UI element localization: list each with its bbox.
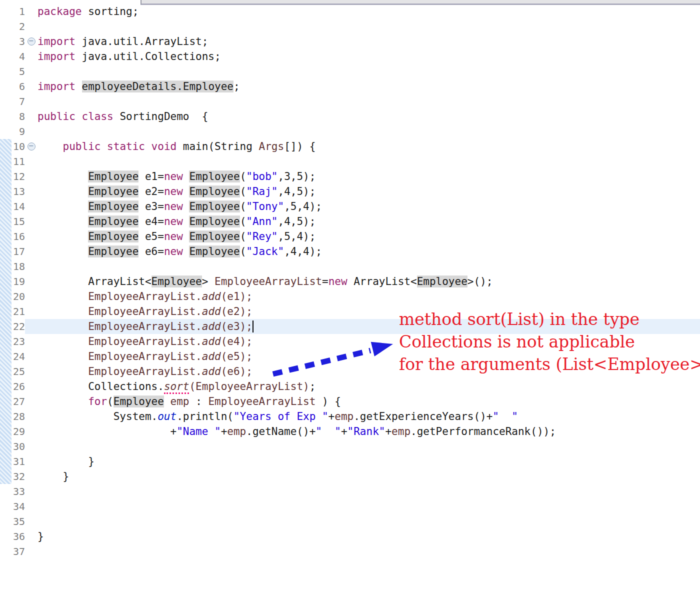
code-line[interactable]: 14 Employee e3=new Employee("Tony",5,4);: [0, 199, 700, 214]
code-text[interactable]: EmployeeArrayList.add(e2);: [38, 306, 252, 318]
code-line[interactable]: 31 }: [0, 454, 700, 469]
code-token: }: [38, 470, 69, 482]
code-text[interactable]: ArrayList<Employee> EmployeeArrayList=ne…: [38, 276, 492, 288]
code-token: [76, 80, 82, 92]
code-line[interactable]: 7: [0, 94, 700, 109]
code-text[interactable]: Employee e1=new Employee("bob",3,5);: [38, 170, 316, 182]
code-token: public: [38, 110, 76, 122]
code-text[interactable]: EmployeeArrayList.add(e6);: [38, 366, 252, 378]
line-number[interactable]: 8: [0, 109, 25, 124]
line-number[interactable]: 33: [0, 484, 25, 499]
line-number[interactable]: 1: [0, 4, 25, 19]
code-token: ;: [310, 380, 316, 392]
code-token: void: [152, 140, 177, 152]
fold-minus-icon[interactable]: −: [28, 142, 36, 150]
fold-column: −: [25, 139, 38, 154]
code-token: [38, 170, 88, 182]
code-text[interactable]: Collections.sort(EmployeeArrayList);: [38, 380, 316, 394]
code-line[interactable]: 27 for(Employee emp : EmployeeArrayList …: [0, 394, 700, 409]
code-line[interactable]: 4import java.util.Collections;: [0, 49, 700, 64]
code-line[interactable]: 12 Employee e1=new Employee("bob",3,5);: [0, 169, 700, 184]
code-line[interactable]: 13 Employee e2=new Employee("Raj",4,5);: [0, 184, 700, 199]
code-line[interactable]: 11: [0, 154, 700, 169]
error-underlined-token: sort: [164, 380, 190, 394]
line-number[interactable]: 34: [0, 499, 25, 514]
code-token: EmployeeArrayList.: [88, 336, 202, 348]
code-text[interactable]: +"Name "+emp.getName()+" "+"Rank"+emp.ge…: [38, 426, 556, 438]
code-token: (e4);: [221, 336, 252, 348]
code-line[interactable]: 32 }: [0, 469, 700, 484]
code-text[interactable]: Employee e3=new Employee("Tony",5,4);: [38, 200, 322, 212]
code-text[interactable]: }: [38, 530, 44, 542]
code-line[interactable]: 1package sorting;: [0, 4, 700, 19]
code-line[interactable]: 34: [0, 499, 700, 514]
code-text[interactable]: import java.util.ArrayList;: [38, 36, 208, 48]
code-text[interactable]: import java.util.Collections;: [38, 50, 221, 62]
code-text[interactable]: }: [38, 456, 94, 468]
code-text[interactable]: package sorting;: [38, 6, 138, 18]
code-token: java.util.ArrayList;: [76, 36, 208, 48]
code-text[interactable]: Employee e4=new Employee("Ann",4,5);: [38, 216, 316, 228]
code-text[interactable]: Employee e5=new Employee("Rey",5,4);: [38, 230, 316, 242]
code-line[interactable]: 8public class SortingDemo {: [0, 109, 700, 124]
code-token: new: [164, 200, 183, 212]
code-line[interactable]: 9: [0, 124, 700, 139]
code-token: Employee: [152, 276, 202, 288]
code-text[interactable]: import employeeDetails.Employee;: [38, 80, 240, 92]
code-token: add: [202, 320, 221, 332]
editor-text-area[interactable]: 1package sorting;23−import java.util.Arr…: [0, 4, 700, 559]
code-text[interactable]: System.out.println("Years of Exp "+emp.g…: [38, 410, 518, 422]
code-line[interactable]: 35: [0, 514, 700, 529]
code-line[interactable]: 17 Employee e6=new Employee("Jack",4,4);: [0, 244, 700, 259]
code-text[interactable]: EmployeeArrayList.add(e5);: [38, 350, 252, 362]
code-text[interactable]: Employee e2=new Employee("Raj",4,5);: [38, 186, 316, 198]
code-line[interactable]: 29 +"Name "+emp.getName()+" "+"Rank"+emp…: [0, 424, 700, 439]
code-line[interactable]: 18: [0, 259, 700, 274]
code-line[interactable]: 20 EmployeeArrayList.add(e1);: [0, 289, 700, 304]
code-text[interactable]: for(Employee emp : EmployeeArrayList ) {: [38, 396, 341, 408]
line-number[interactable]: 6: [0, 79, 25, 94]
code-line[interactable]: 33: [0, 484, 700, 499]
code-line[interactable]: 5: [0, 64, 700, 79]
code-token: [100, 140, 107, 152]
line-number[interactable]: 9: [0, 124, 25, 139]
code-token: add: [202, 336, 221, 348]
code-line[interactable]: 10− public static void main(String Args[…: [0, 139, 700, 154]
line-number[interactable]: 3: [0, 34, 25, 49]
line-number[interactable]: 36: [0, 529, 25, 544]
code-text[interactable]: EmployeeArrayList.add(e1);: [38, 290, 252, 302]
code-token: [164, 396, 170, 408]
code-line[interactable]: 15 Employee e4=new Employee("Ann",4,5);: [0, 214, 700, 229]
code-text[interactable]: public class SortingDemo {: [38, 110, 208, 122]
code-token: emp: [170, 396, 190, 408]
code-text[interactable]: EmployeeArrayList.add(e3);: [38, 320, 254, 332]
code-line[interactable]: 2: [0, 19, 700, 34]
line-number[interactable]: 35: [0, 514, 25, 529]
fold-minus-icon[interactable]: −: [28, 38, 36, 46]
code-token: EmployeeArrayList.: [88, 320, 202, 332]
code-token: =: [322, 276, 328, 288]
code-line[interactable]: 16 Employee e5=new Employee("Rey",5,4);: [0, 229, 700, 244]
code-line[interactable]: 3−import java.util.ArrayList;: [0, 34, 700, 49]
code-text[interactable]: Employee e6=new Employee("Jack",4,4);: [38, 246, 322, 258]
line-number[interactable]: 4: [0, 49, 25, 64]
code-line[interactable]: 30: [0, 439, 700, 454]
code-token: [183, 246, 190, 258]
code-token: EmployeeArrayList: [208, 396, 316, 408]
code-text[interactable]: public static void main(String Args[]) {: [38, 140, 316, 152]
line-number[interactable]: 7: [0, 94, 25, 109]
code-token: [183, 186, 190, 198]
code-line[interactable]: 28 System.out.println("Years of Exp "+em…: [0, 409, 700, 424]
code-line[interactable]: 19 ArrayList<Employee> EmployeeArrayList…: [0, 274, 700, 289]
code-text[interactable]: }: [38, 470, 69, 482]
code-line[interactable]: 36}: [0, 529, 700, 544]
line-number[interactable]: 5: [0, 64, 25, 79]
method-range-indicator: [0, 139, 12, 484]
code-text[interactable]: EmployeeArrayList.add(e4);: [38, 336, 252, 348]
code-line[interactable]: 37: [0, 544, 700, 559]
code-token: [38, 320, 88, 332]
code-token: .getName()+: [246, 426, 316, 438]
line-number[interactable]: 2: [0, 19, 25, 34]
line-number[interactable]: 37: [0, 544, 25, 559]
code-line[interactable]: 6import employeeDetails.Employee;: [0, 79, 700, 94]
